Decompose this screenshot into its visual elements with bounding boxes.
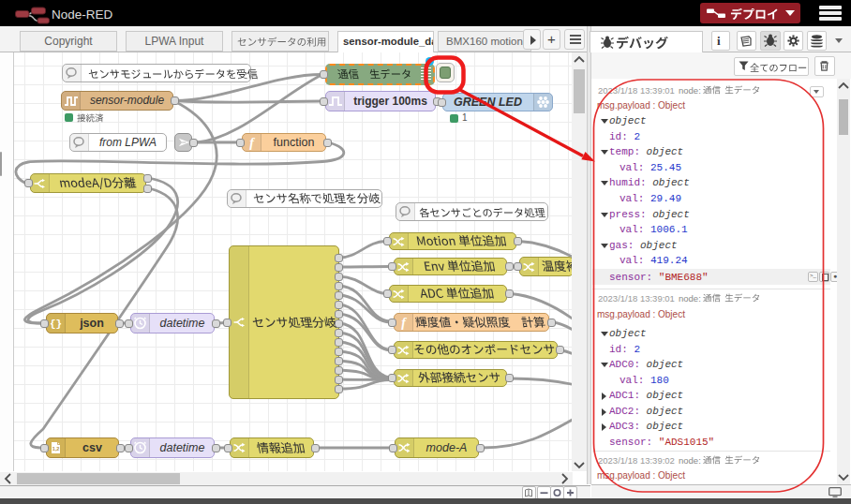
svg-text:f: f (401, 316, 407, 330)
svg-text:f: f (249, 136, 255, 150)
svg-text:{}: {} (50, 319, 62, 330)
svg-text:1,2: 1,2 (52, 446, 60, 452)
